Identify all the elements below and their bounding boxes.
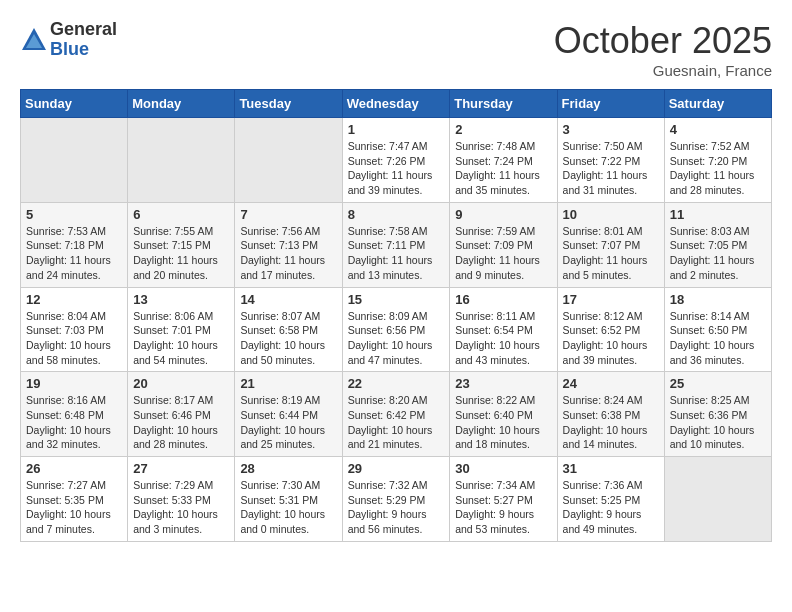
- day-info: Sunrise: 8:22 AM Sunset: 6:40 PM Dayligh…: [455, 393, 551, 452]
- calendar-cell: 17Sunrise: 8:12 AM Sunset: 6:52 PM Dayli…: [557, 287, 664, 372]
- day-number: 13: [133, 292, 229, 307]
- calendar-cell: 25Sunrise: 8:25 AM Sunset: 6:36 PM Dayli…: [664, 372, 771, 457]
- logo-icon: [20, 26, 48, 54]
- day-info: Sunrise: 7:53 AM Sunset: 7:18 PM Dayligh…: [26, 224, 122, 283]
- calendar-cell: 26Sunrise: 7:27 AM Sunset: 5:35 PM Dayli…: [21, 457, 128, 542]
- day-info: Sunrise: 8:09 AM Sunset: 6:56 PM Dayligh…: [348, 309, 445, 368]
- calendar-cell: 3Sunrise: 7:50 AM Sunset: 7:22 PM Daylig…: [557, 118, 664, 203]
- calendar-cell: 18Sunrise: 8:14 AM Sunset: 6:50 PM Dayli…: [664, 287, 771, 372]
- day-number: 18: [670, 292, 766, 307]
- calendar-cell: 20Sunrise: 8:17 AM Sunset: 6:46 PM Dayli…: [128, 372, 235, 457]
- day-number: 1: [348, 122, 445, 137]
- day-info: Sunrise: 8:06 AM Sunset: 7:01 PM Dayligh…: [133, 309, 229, 368]
- calendar-cell: 11Sunrise: 8:03 AM Sunset: 7:05 PM Dayli…: [664, 202, 771, 287]
- calendar-cell: 23Sunrise: 8:22 AM Sunset: 6:40 PM Dayli…: [450, 372, 557, 457]
- day-info: Sunrise: 7:48 AM Sunset: 7:24 PM Dayligh…: [455, 139, 551, 198]
- logo: General Blue: [20, 20, 117, 60]
- calendar-cell: 2Sunrise: 7:48 AM Sunset: 7:24 PM Daylig…: [450, 118, 557, 203]
- day-info: Sunrise: 7:58 AM Sunset: 7:11 PM Dayligh…: [348, 224, 445, 283]
- day-info: Sunrise: 7:52 AM Sunset: 7:20 PM Dayligh…: [670, 139, 766, 198]
- day-info: Sunrise: 7:29 AM Sunset: 5:33 PM Dayligh…: [133, 478, 229, 537]
- location: Guesnain, France: [554, 62, 772, 79]
- day-info: Sunrise: 8:25 AM Sunset: 6:36 PM Dayligh…: [670, 393, 766, 452]
- calendar-cell: 14Sunrise: 8:07 AM Sunset: 6:58 PM Dayli…: [235, 287, 342, 372]
- day-info: Sunrise: 8:12 AM Sunset: 6:52 PM Dayligh…: [563, 309, 659, 368]
- calendar-cell: [664, 457, 771, 542]
- month-title: October 2025: [554, 20, 772, 62]
- weekday-header: Monday: [128, 90, 235, 118]
- day-number: 15: [348, 292, 445, 307]
- calendar-cell: 8Sunrise: 7:58 AM Sunset: 7:11 PM Daylig…: [342, 202, 450, 287]
- day-info: Sunrise: 8:11 AM Sunset: 6:54 PM Dayligh…: [455, 309, 551, 368]
- day-info: Sunrise: 7:50 AM Sunset: 7:22 PM Dayligh…: [563, 139, 659, 198]
- day-number: 16: [455, 292, 551, 307]
- calendar-table: SundayMondayTuesdayWednesdayThursdayFrid…: [20, 89, 772, 542]
- day-number: 22: [348, 376, 445, 391]
- calendar-week-row: 1Sunrise: 7:47 AM Sunset: 7:26 PM Daylig…: [21, 118, 772, 203]
- day-number: 17: [563, 292, 659, 307]
- day-number: 12: [26, 292, 122, 307]
- day-number: 19: [26, 376, 122, 391]
- logo-general: General: [50, 20, 117, 40]
- calendar-week-row: 5Sunrise: 7:53 AM Sunset: 7:18 PM Daylig…: [21, 202, 772, 287]
- logo-blue: Blue: [50, 40, 117, 60]
- day-number: 3: [563, 122, 659, 137]
- calendar-cell: 10Sunrise: 8:01 AM Sunset: 7:07 PM Dayli…: [557, 202, 664, 287]
- day-info: Sunrise: 8:24 AM Sunset: 6:38 PM Dayligh…: [563, 393, 659, 452]
- day-number: 24: [563, 376, 659, 391]
- calendar-cell: 29Sunrise: 7:32 AM Sunset: 5:29 PM Dayli…: [342, 457, 450, 542]
- day-info: Sunrise: 7:36 AM Sunset: 5:25 PM Dayligh…: [563, 478, 659, 537]
- day-number: 4: [670, 122, 766, 137]
- calendar-cell: 28Sunrise: 7:30 AM Sunset: 5:31 PM Dayli…: [235, 457, 342, 542]
- day-number: 6: [133, 207, 229, 222]
- day-number: 7: [240, 207, 336, 222]
- day-info: Sunrise: 7:32 AM Sunset: 5:29 PM Dayligh…: [348, 478, 445, 537]
- calendar-cell: [21, 118, 128, 203]
- weekday-header: Saturday: [664, 90, 771, 118]
- day-info: Sunrise: 7:34 AM Sunset: 5:27 PM Dayligh…: [455, 478, 551, 537]
- calendar-cell: 15Sunrise: 8:09 AM Sunset: 6:56 PM Dayli…: [342, 287, 450, 372]
- day-info: Sunrise: 7:27 AM Sunset: 5:35 PM Dayligh…: [26, 478, 122, 537]
- day-info: Sunrise: 8:16 AM Sunset: 6:48 PM Dayligh…: [26, 393, 122, 452]
- day-number: 8: [348, 207, 445, 222]
- day-number: 25: [670, 376, 766, 391]
- calendar-cell: 5Sunrise: 7:53 AM Sunset: 7:18 PM Daylig…: [21, 202, 128, 287]
- day-info: Sunrise: 8:14 AM Sunset: 6:50 PM Dayligh…: [670, 309, 766, 368]
- weekday-header: Friday: [557, 90, 664, 118]
- calendar-cell: 19Sunrise: 8:16 AM Sunset: 6:48 PM Dayli…: [21, 372, 128, 457]
- day-number: 27: [133, 461, 229, 476]
- day-info: Sunrise: 7:56 AM Sunset: 7:13 PM Dayligh…: [240, 224, 336, 283]
- day-number: 30: [455, 461, 551, 476]
- weekday-header: Tuesday: [235, 90, 342, 118]
- calendar-cell: 31Sunrise: 7:36 AM Sunset: 5:25 PM Dayli…: [557, 457, 664, 542]
- day-number: 2: [455, 122, 551, 137]
- calendar-cell: 12Sunrise: 8:04 AM Sunset: 7:03 PM Dayli…: [21, 287, 128, 372]
- day-number: 5: [26, 207, 122, 222]
- calendar-week-row: 12Sunrise: 8:04 AM Sunset: 7:03 PM Dayli…: [21, 287, 772, 372]
- calendar-cell: 1Sunrise: 7:47 AM Sunset: 7:26 PM Daylig…: [342, 118, 450, 203]
- weekday-header: Wednesday: [342, 90, 450, 118]
- calendar-cell: 16Sunrise: 8:11 AM Sunset: 6:54 PM Dayli…: [450, 287, 557, 372]
- calendar-cell: 27Sunrise: 7:29 AM Sunset: 5:33 PM Dayli…: [128, 457, 235, 542]
- day-number: 20: [133, 376, 229, 391]
- day-info: Sunrise: 7:55 AM Sunset: 7:15 PM Dayligh…: [133, 224, 229, 283]
- day-number: 26: [26, 461, 122, 476]
- calendar-week-row: 26Sunrise: 7:27 AM Sunset: 5:35 PM Dayli…: [21, 457, 772, 542]
- day-number: 11: [670, 207, 766, 222]
- day-number: 29: [348, 461, 445, 476]
- day-info: Sunrise: 8:03 AM Sunset: 7:05 PM Dayligh…: [670, 224, 766, 283]
- day-info: Sunrise: 7:59 AM Sunset: 7:09 PM Dayligh…: [455, 224, 551, 283]
- calendar-cell: 13Sunrise: 8:06 AM Sunset: 7:01 PM Dayli…: [128, 287, 235, 372]
- calendar-cell: [235, 118, 342, 203]
- day-number: 10: [563, 207, 659, 222]
- day-number: 23: [455, 376, 551, 391]
- day-info: Sunrise: 8:19 AM Sunset: 6:44 PM Dayligh…: [240, 393, 336, 452]
- day-number: 14: [240, 292, 336, 307]
- calendar-cell: 7Sunrise: 7:56 AM Sunset: 7:13 PM Daylig…: [235, 202, 342, 287]
- day-number: 31: [563, 461, 659, 476]
- weekday-header: Sunday: [21, 90, 128, 118]
- calendar-cell: 22Sunrise: 8:20 AM Sunset: 6:42 PM Dayli…: [342, 372, 450, 457]
- calendar-cell: 21Sunrise: 8:19 AM Sunset: 6:44 PM Dayli…: [235, 372, 342, 457]
- day-info: Sunrise: 7:47 AM Sunset: 7:26 PM Dayligh…: [348, 139, 445, 198]
- day-number: 21: [240, 376, 336, 391]
